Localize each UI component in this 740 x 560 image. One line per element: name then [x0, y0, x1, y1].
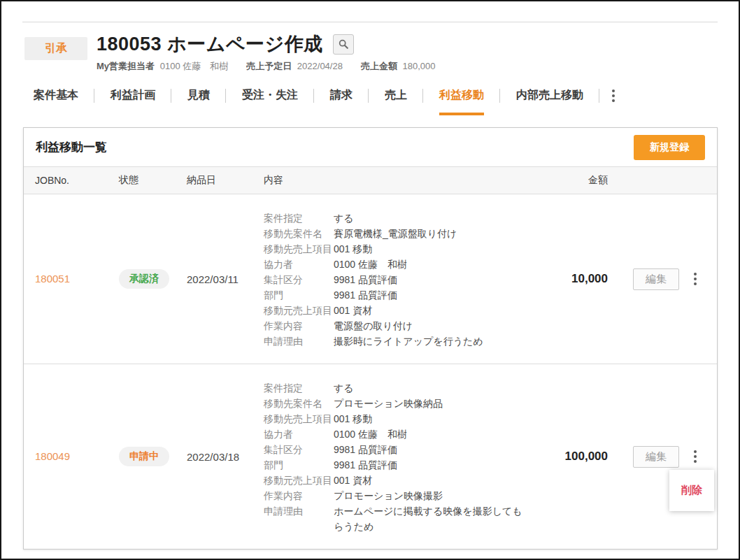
search-icon [339, 39, 348, 49]
detail-label: 移動先売上項目 [264, 411, 334, 426]
col-header-status: 状態 [119, 174, 187, 187]
detail-label: 案件指定 [264, 210, 334, 226]
detail-label: 移動元売上項目 [264, 473, 334, 488]
detail-value: 9981 品質評価 [334, 457, 397, 473]
kebab-icon [612, 89, 615, 102]
edit-button[interactable]: 編集 [633, 268, 679, 290]
app-window: 引承 180053 ホームページ作成 My営業担当者 0100 佐藤 和樹 売上… [0, 0, 740, 560]
col-header-content: 内容 [264, 174, 531, 187]
detail-label: 案件指定 [264, 380, 334, 396]
detail-value: 9981 品質評価 [334, 442, 397, 457]
tab-profit-transfer[interactable]: 利益移動 [423, 80, 500, 115]
detail-value: 001 資材 [334, 473, 372, 488]
job-number-link[interactable]: 180049 [35, 450, 70, 462]
table-row: 180049 申請中 2022/03/18 案件指定する 移動先案件名プロモーシ… [24, 364, 717, 549]
col-header-jobno: JOBNo. [35, 175, 119, 186]
col-header-amount: 金額 [531, 174, 608, 187]
panel-title: 利益移動一覧 [36, 139, 107, 155]
meta-label-sales-rep: My営業担当者 [97, 61, 155, 71]
page-header: 引承 180053 ホームページ作成 My営業担当者 0100 佐藤 和樹 売上… [24, 31, 718, 73]
top-divider [22, 22, 718, 22]
tab-order-lost[interactable]: 受注・失注 [226, 80, 314, 115]
meta-label-sales-date: 売上予定日 [246, 61, 292, 71]
status-badge: 申請中 [119, 447, 169, 466]
delete-menu-item[interactable]: 削除 [681, 484, 702, 497]
detail-value: 9981 品質評価 [334, 272, 397, 287]
tab-profit-plan[interactable]: 利益計画 [94, 80, 171, 115]
tab-overflow-button[interactable] [599, 80, 627, 115]
new-entry-button[interactable]: 新規登録 [634, 135, 705, 160]
detail-label: 集計区分 [264, 442, 334, 457]
kebab-icon [694, 450, 697, 463]
kebab-icon [694, 273, 697, 285]
detail-value: 0100 佐藤 和樹 [334, 257, 407, 272]
detail-label: 部門 [264, 287, 334, 303]
detail-value: 賽原電機様_電源盤取り付け [334, 226, 457, 241]
tab-sales[interactable]: 売上 [369, 80, 423, 115]
detail-label: 移動先案件名 [264, 396, 334, 411]
detail-label: 協力者 [264, 257, 334, 272]
row-menu-button[interactable] [692, 270, 699, 288]
amount: 100,000 [531, 450, 608, 464]
meta-label-sales-amount: 売上金額 [361, 61, 397, 71]
detail-value: 0100 佐藤 和樹 [334, 426, 407, 442]
col-header-delivery-date: 納品日 [187, 174, 264, 187]
search-button[interactable] [333, 34, 354, 55]
context-menu: 削除 [669, 470, 714, 511]
meta-value-sales-rep: 0100 佐藤 和樹 [160, 61, 229, 71]
detail-value: ホームページに掲載する映像を撮影してもらうため [334, 503, 531, 534]
row-menu-button[interactable] [692, 447, 699, 466]
detail-label: 協力者 [264, 426, 334, 442]
detail-value: 9981 品質評価 [334, 287, 397, 303]
tab-bar: 案件基本 利益計画 見積 受注・失注 請求 売上 利益移動 内部売上移動 [17, 80, 718, 115]
detail-label: 移動元売上項目 [264, 303, 334, 318]
status-badge: 引承 [24, 37, 87, 60]
detail-value: 001 移動 [334, 241, 372, 257]
delivery-date: 2022/03/11 [187, 273, 264, 285]
detail-value: 電源盤の取り付け [334, 318, 413, 333]
detail-value: 001 移動 [334, 411, 372, 426]
detail-label: 作業内容 [264, 318, 334, 333]
detail-value: する [334, 380, 354, 396]
tab-internal-sales-transfer[interactable]: 内部売上移動 [500, 80, 599, 115]
detail-label: 移動先売上項目 [264, 241, 334, 257]
detail-label: 部門 [264, 457, 334, 473]
tab-case-basic[interactable]: 案件基本 [17, 80, 94, 115]
job-number-link[interactable]: 180051 [35, 273, 70, 285]
page-title: 180053 ホームページ作成 [97, 31, 323, 57]
detail-value: 001 資材 [334, 303, 372, 318]
detail-label: 集計区分 [264, 272, 334, 287]
tab-invoice[interactable]: 請求 [314, 80, 369, 115]
detail-list: 案件指定する 移動先案件名プロモーション映像納品 移動先売上項目001 移動 協… [264, 364, 531, 549]
status-badge: 承認済 [119, 269, 169, 289]
detail-value: プロモーション映像撮影 [334, 488, 443, 503]
table-header: JOBNo. 状態 納品日 内容 金額 [24, 166, 717, 194]
table-row: 180051 承認済 2022/03/11 案件指定する 移動先案件名賽原電機様… [24, 194, 717, 364]
detail-label: 申請理由 [264, 333, 334, 349]
detail-value: プロモーション映像納品 [334, 396, 443, 411]
profit-transfer-panel: 利益移動一覧 新規登録 JOBNo. 状態 納品日 内容 金額 180051 承… [23, 127, 718, 550]
delivery-date: 2022/03/18 [187, 451, 264, 463]
tab-estimate[interactable]: 見積 [171, 80, 226, 115]
detail-label: 作業内容 [264, 488, 334, 503]
meta-value-sales-amount: 180,000 [403, 61, 436, 71]
detail-list: 案件指定する 移動先案件名賽原電機様_電源盤取り付け 移動先売上項目001 移動… [264, 194, 531, 364]
detail-value: 撮影時にライトアップを行うため [334, 333, 483, 349]
detail-value: する [334, 210, 354, 226]
detail-label: 申請理由 [264, 503, 334, 534]
meta-value-sales-date: 2022/04/28 [297, 61, 343, 71]
header-meta: My営業担当者 0100 佐藤 和樹 売上予定日 2022/04/28 売上金額… [97, 60, 454, 73]
edit-button[interactable]: 編集 [633, 446, 679, 468]
detail-label: 移動先案件名 [264, 226, 334, 241]
amount: 10,000 [531, 272, 608, 286]
